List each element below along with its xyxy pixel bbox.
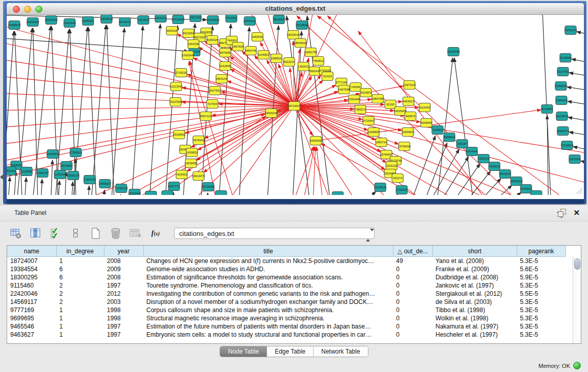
graph-edge[interactable] [569, 73, 584, 77]
graph-node[interactable]: 18640910 [294, 39, 307, 48]
graph-node[interactable]: 2718126 [176, 69, 187, 77]
table-row[interactable]: 2242004622012Investigating the contribut… [7, 290, 573, 298]
table-row[interactable]: 1830029562008Estimation of significance … [7, 273, 573, 281]
graph-node[interactable]: 20206576 [47, 150, 59, 159]
graph-edge[interactable] [420, 149, 459, 195]
graph-node[interactable]: 8912954 [183, 29, 194, 38]
column-header[interactable]: title [143, 246, 393, 257]
graph-edge[interactable] [581, 161, 584, 165]
graph-edge[interactable] [577, 32, 584, 36]
tab-edge-table[interactable]: Edge Table [267, 346, 313, 357]
graph-node[interactable]: 746266 [350, 83, 361, 92]
minimize-window-button[interactable] [24, 6, 31, 13]
graph-node[interactable]: 8186328 [207, 36, 218, 45]
graph-edge[interactable] [293, 41, 294, 106]
graph-node[interactable]: 16961758 [304, 48, 317, 57]
graph-edge[interactable] [71, 182, 73, 195]
column-header[interactable]: name [7, 246, 56, 257]
graph-node[interactable]: 12923445 [128, 189, 141, 195]
graph-node[interactable]: 22420046 [182, 51, 194, 60]
graph-edge[interactable] [569, 132, 584, 137]
function-builder-button[interactable]: f(x) [149, 227, 162, 240]
graph-node[interactable]: 8813054 [273, 15, 285, 24]
graph-node[interactable]: 1588520 [271, 54, 282, 63]
graph-node[interactable]: 6497568 [338, 85, 350, 94]
graph-edge[interactable] [7, 177, 10, 195]
merge-rows-button[interactable] [69, 227, 82, 240]
graph-node[interactable]: 16958107 [99, 180, 112, 188]
tab-node-table[interactable]: Node Table [220, 346, 267, 357]
graph-node[interactable]: 14055575 [8, 21, 21, 30]
column-header[interactable]: in_degree [56, 246, 104, 257]
graph-node[interactable]: 8990448 [309, 67, 320, 76]
graph-node[interactable]: 10807487 [372, 95, 384, 103]
graph-node[interactable]: 6966161 [155, 15, 166, 23]
graph-node[interactable]: 164093 [432, 126, 443, 135]
graph-node[interactable]: 162102 [322, 72, 333, 81]
graph-node[interactable]: 19166852 [173, 130, 186, 139]
graph-node[interactable]: 18300295 [265, 109, 278, 118]
graph-node[interactable]: 15751074 [564, 26, 577, 35]
graph-node[interactable]: 12923445 [63, 19, 76, 28]
table-row[interactable]: 1938455462009Genome-wide association stu… [7, 265, 573, 273]
graph-edge[interactable] [87, 186, 89, 195]
graph-node[interactable]: 19756928 [398, 142, 411, 151]
graph-node[interactable]: 9215953 [541, 105, 553, 114]
select-rows-button[interactable] [49, 227, 62, 240]
graph-node[interactable]: 20691406 [27, 18, 39, 27]
graph-edge[interactable] [374, 194, 398, 195]
table-row[interactable]: 977716911998Corpus callosum shape and si… [7, 306, 573, 314]
graph-edge[interactable] [130, 26, 143, 195]
graph-node[interactable]: 17957253 [83, 176, 96, 184]
graph-edge[interactable] [568, 117, 584, 122]
graph-node[interactable]: 7386372 [355, 105, 366, 114]
graph-node[interactable]: 1145194 [54, 170, 66, 179]
graph-edge[interactable] [316, 147, 325, 195]
graph-node[interactable]: 19384554 [310, 137, 322, 145]
graph-node[interactable]: 8454749 [245, 47, 256, 55]
zoom-window-button[interactable] [35, 6, 42, 13]
graph-edge[interactable] [206, 193, 208, 195]
graph-node[interactable]: 252274 [392, 174, 403, 183]
graph-node[interactable] [215, 191, 227, 195]
graph-edge[interactable] [215, 106, 294, 195]
resize-grip[interactable] [576, 188, 582, 194]
graph-node[interactable]: 9474444 [466, 147, 477, 156]
vertical-scrollbar[interactable] [573, 257, 581, 343]
graph-node[interactable]: 8427552 [209, 86, 221, 95]
graph-node[interactable]: 8322037 [284, 58, 295, 67]
graph-node[interactable]: 1733426 [396, 186, 407, 194]
graph-node[interactable]: 9146821 [258, 51, 269, 59]
graph-node[interactable]: 1439822 [186, 148, 198, 157]
table-select-combobox[interactable]: citations_edges.txt [174, 228, 375, 239]
graph-node[interactable]: 9699695 [421, 119, 432, 127]
graph-node[interactable] [162, 191, 173, 195]
graph-edge[interactable] [110, 28, 124, 195]
graph-edge[interactable] [7, 37, 188, 51]
graph-node[interactable]: 9245652 [520, 185, 532, 193]
graph-node[interactable]: 9875685 [220, 49, 231, 57]
new-table-button[interactable] [89, 227, 102, 240]
column-header[interactable]: pagerank [517, 246, 565, 257]
graph-node[interactable]: 3911591 [7, 167, 16, 176]
graph-node[interactable]: 8471676 [119, 18, 130, 27]
table-row[interactable]: 946554611997Estimation of the future num… [7, 322, 573, 331]
graph-node[interactable]: 18325419 [287, 31, 300, 39]
graph-node[interactable]: 15720407 [362, 117, 375, 125]
graph-edge[interactable] [358, 31, 502, 195]
graph-node[interactable]: 8667110 [200, 112, 211, 121]
graph-edge[interactable] [24, 178, 26, 195]
graph-node[interactable]: 20364486 [348, 95, 361, 104]
graph-node[interactable] [145, 191, 157, 195]
graph-node[interactable] [332, 192, 343, 195]
graph-node[interactable]: 9660118 [166, 27, 178, 35]
table-row[interactable]: 946362711997Embryonic stem cells: a mode… [7, 331, 573, 339]
graph-node[interactable]: 8471676 [499, 170, 511, 179]
graph-node[interactable]: 9657771 [168, 182, 180, 191]
graph-edge[interactable] [119, 194, 121, 195]
graph-node[interactable]: 9245652 [82, 17, 94, 26]
table-row[interactable]: 1456911722003Disruption of a novel membe… [7, 298, 573, 306]
graph-edge[interactable] [429, 157, 469, 195]
graph-node[interactable]: 9129946 [560, 54, 571, 62]
graph-node[interactable]: 1880724 [376, 138, 387, 147]
